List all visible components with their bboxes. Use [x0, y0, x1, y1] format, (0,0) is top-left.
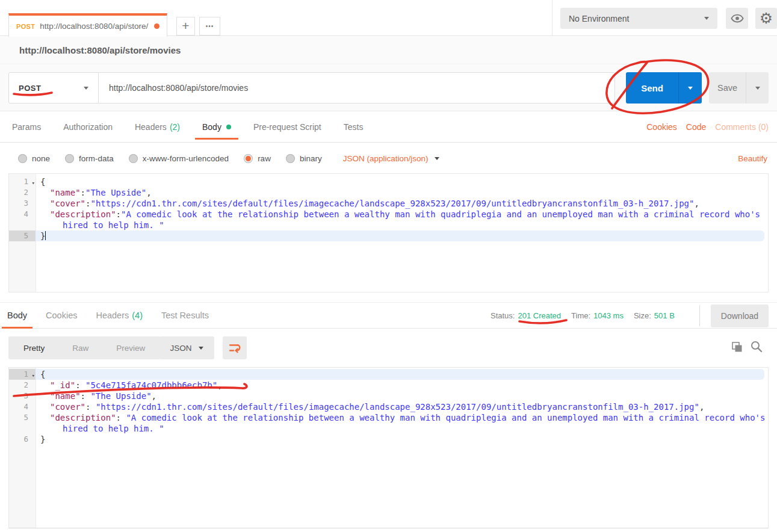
beautify-link[interactable]: Beautify [738, 154, 767, 163]
mode-label: binary [300, 154, 322, 163]
url-value: http://localhost:8080/api/store/movies [109, 83, 248, 93]
code-link[interactable]: Code [686, 122, 706, 132]
view-raw[interactable]: Raw [58, 336, 102, 359]
mode-raw[interactable]: raw [244, 154, 271, 163]
response-tab-cookies[interactable]: Cookies [46, 303, 77, 328]
environment-quick-look-button[interactable] [726, 8, 748, 29]
response-tabs: Body Cookies Headers (4) Test Results [7, 303, 228, 328]
code-line[interactable]: 3"cover":"https://cdn1.thr.com/sites/def… [9, 198, 768, 209]
status-label: Status: [491, 311, 515, 320]
more-tabs-button[interactable]: ••• [199, 17, 220, 36]
code-line[interactable]: 3"name": "The Upside", [9, 391, 768, 401]
wrap-lines-button[interactable] [223, 336, 247, 359]
download-button[interactable]: Download [711, 305, 769, 327]
code-line[interactable]: 2"name":"The Upside", [9, 187, 768, 198]
response-tab-body[interactable]: Body [7, 303, 27, 328]
send-button[interactable]: Send [626, 72, 678, 104]
code-line[interactable]: 4"description":"A comedic look at the re… [9, 209, 768, 230]
eye-icon [731, 14, 744, 23]
environment-select[interactable]: No Environment [560, 8, 717, 29]
code-text: } [36, 434, 768, 445]
view-preview[interactable]: Preview [102, 336, 159, 359]
response-body-editor[interactable]: 1▾{2"_id": "5c4e715fa74c07dbbb6ecb7b",3"… [8, 367, 769, 528]
size-pair: Size: 501 B [634, 311, 675, 320]
tab-label: Body [202, 122, 221, 132]
content-type-select[interactable]: JSON (application/json) [343, 154, 440, 163]
copy-button[interactable] [731, 341, 744, 354]
line-number: 4 [9, 209, 36, 230]
wrap-lines-icon [229, 342, 241, 354]
mode-label: x-www-form-urlencoded [143, 154, 229, 163]
response-tab-headers[interactable]: Headers (4) [96, 303, 143, 328]
status-pair: Status: 201 Created [491, 311, 561, 320]
body-mode-row: none form-data x-www-form-urlencoded raw… [0, 143, 777, 173]
time-label: Time: [571, 311, 590, 320]
code-line[interactable]: 5} [9, 230, 768, 241]
tab-headers[interactable]: Headers (2) [135, 111, 180, 142]
headers-count-badge: (4) [132, 311, 143, 320]
code-text: "cover":"https://cdn1.thr.com/sites/defa… [36, 198, 768, 209]
url-input[interactable]: http://localhost:8080/api/store/movies [98, 72, 615, 104]
mode-form-data[interactable]: form-data [65, 154, 114, 163]
method-select[interactable]: POST [8, 72, 99, 104]
new-tab-button[interactable]: + [176, 17, 195, 36]
chevron-down-icon [435, 157, 439, 160]
tab-strip: POST http://localhost:8080/api/store/ + … [0, 0, 777, 36]
mode-label: raw [258, 154, 271, 163]
unsaved-dot-icon [154, 23, 159, 29]
code-text: "cover": "https://cdn1.thr.com/sites/def… [36, 401, 768, 412]
radio-icon[interactable] [65, 154, 74, 163]
tab-params[interactable]: Params [12, 111, 41, 142]
tab-body[interactable]: Body [202, 111, 231, 142]
tab-label: Cookies [46, 311, 77, 320]
code-line[interactable]: 5"description": "A comedic look at the r… [9, 412, 768, 434]
line-number: 4 [9, 401, 36, 412]
search-response-button[interactable] [750, 340, 763, 353]
radio-selected-icon[interactable] [244, 154, 253, 163]
code-line[interactable]: 1▾{ [9, 176, 768, 187]
comments-link[interactable]: Comments (0) [715, 122, 769, 132]
line-number: 2 [9, 187, 36, 198]
code-line[interactable]: 1▾{ [9, 369, 768, 380]
request-body-editor[interactable]: 1▾{2"name":"The Upside",3"cover":"https:… [8, 173, 769, 292]
save-options-button[interactable] [746, 72, 769, 104]
tab-url-label: http://localhost:8080/api/store/ [40, 22, 148, 31]
settings-button[interactable]: ⚙ [755, 8, 777, 29]
cookies-link[interactable]: Cookies [646, 122, 677, 132]
mode-label: form-data [79, 154, 114, 163]
view-pretty[interactable]: Pretty [10, 336, 58, 359]
mode-x-www-form-urlencoded[interactable]: x-www-form-urlencoded [129, 154, 229, 163]
request-tab[interactable]: POST http://localhost:8080/api/store/ [8, 13, 167, 37]
radio-icon[interactable] [129, 154, 138, 163]
code-line[interactable]: 4"cover": "https://cdn1.thr.com/sites/de… [9, 401, 768, 412]
line-number: 2 [9, 380, 36, 391]
code-line[interactable]: 6} [9, 434, 768, 445]
radio-icon[interactable] [286, 154, 295, 163]
radio-icon[interactable] [18, 154, 27, 163]
mode-none[interactable]: none [18, 154, 50, 163]
size-value: 501 B [654, 311, 675, 320]
tab-pre-request-script[interactable]: Pre-request Script [253, 111, 321, 142]
size-label: Size: [634, 311, 651, 320]
tab-label: Tests [344, 122, 364, 132]
mode-binary[interactable]: binary [286, 154, 322, 163]
content-type-label: JSON (application/json) [343, 154, 429, 163]
search-icon [750, 340, 763, 353]
response-tab-test-results[interactable]: Test Results [161, 303, 209, 328]
line-number: 6 [9, 434, 36, 445]
line-number: 1▾ [9, 176, 36, 187]
tab-authorization[interactable]: Authorization [63, 111, 113, 142]
save-button[interactable]: Save [709, 72, 746, 104]
format-label: JSON [170, 344, 191, 353]
mode-label: none [32, 154, 50, 163]
chevron-down-icon [199, 347, 203, 350]
send-options-button[interactable] [678, 72, 702, 104]
time-value: 1043 ms [593, 311, 624, 320]
divider [699, 305, 700, 326]
status-badge: 201 Created [518, 311, 561, 320]
chevron-down-icon [688, 87, 693, 90]
response-format-select[interactable]: JSON [159, 336, 214, 359]
tab-tests[interactable]: Tests [344, 111, 364, 142]
code-text: } [36, 230, 764, 241]
code-line[interactable]: 2"_id": "5c4e715fa74c07dbbb6ecb7b", [9, 380, 768, 391]
